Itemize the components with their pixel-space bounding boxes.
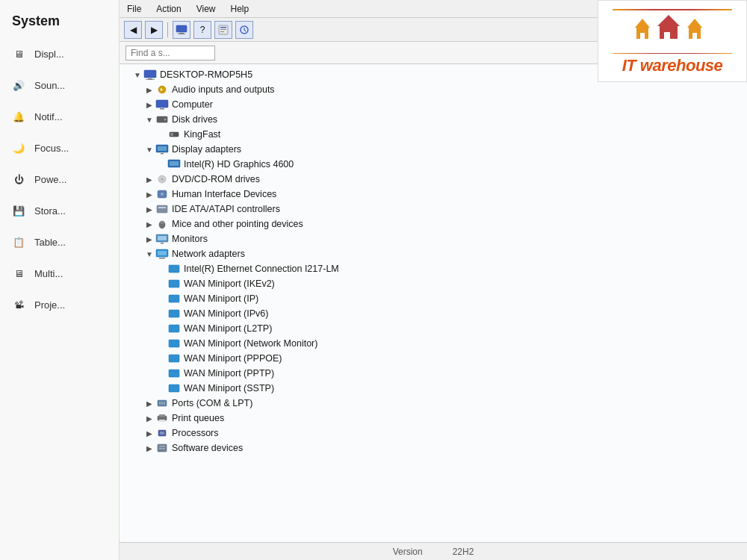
tree-cpu[interactable]: ▶ Processors xyxy=(120,426,747,441)
sidebar-item-sound[interactable]: 🔊 Soun... xyxy=(0,69,119,101)
print-icon xyxy=(155,412,169,424)
root-expander[interactable]: ▼ xyxy=(131,71,143,79)
tree-mice[interactable]: ▶ Mice and other pointing devices xyxy=(120,217,747,231)
svg-rect-27 xyxy=(157,205,167,213)
menu-action[interactable]: Action xyxy=(152,2,185,16)
root-icon xyxy=(143,69,157,81)
watermark-houses xyxy=(616,13,728,46)
svg-rect-57 xyxy=(159,446,165,447)
search-input[interactable] xyxy=(125,46,215,60)
sidebar-item-projecting[interactable]: 📽 Proje... xyxy=(0,289,119,320)
svg-rect-38 xyxy=(169,265,179,273)
mice-expander[interactable]: ▶ xyxy=(143,220,155,228)
tree-hid[interactable]: ▶ Human Interface Devices xyxy=(120,187,747,202)
computer-expander[interactable]: ▶ xyxy=(143,101,155,109)
tree-software[interactable]: ▶ Software devices xyxy=(120,441,747,455)
root-label: DESKTOP-RMOP5H5 xyxy=(160,69,252,80)
sidebar-item-storage[interactable]: 💾 Stora... xyxy=(0,195,119,226)
tree-ide[interactable]: ▶ IDE ATA/ATAPI controllers xyxy=(120,202,747,217)
tree-print[interactable]: ▶ Print queues xyxy=(120,411,747,426)
hid-expander[interactable]: ▶ xyxy=(143,190,155,199)
intel-graphics-label: Intel(R) HD Graphics 4600 xyxy=(184,159,294,169)
tree-kingfast[interactable]: KingFast xyxy=(120,127,747,142)
monitors-expander[interactable]: ▶ xyxy=(143,235,155,243)
tree-network[interactable]: ▼ Network adapters xyxy=(120,246,747,261)
ide-expander[interactable]: ▶ xyxy=(143,205,155,214)
tree-wan-ipv6[interactable]: WAN Miniport (IPv6) xyxy=(120,306,747,321)
intel-graphics-icon xyxy=(167,158,181,170)
kingfast-label: KingFast xyxy=(184,129,220,140)
tree-ports[interactable]: ▶ Ports (COM & LPT) xyxy=(120,396,747,411)
network-expander[interactable]: ▼ xyxy=(143,250,155,258)
tree-dvd[interactable]: ▶ DVD/CD-ROM drives xyxy=(120,172,747,187)
sound-icon: 🔊 xyxy=(10,77,27,93)
sidebar-label-power: Powe... xyxy=(34,174,66,185)
multi-icon: 🖥 xyxy=(10,265,27,281)
tree-display-adapters[interactable]: ▼ Display adapters xyxy=(120,142,747,157)
disk-expander[interactable]: ▼ xyxy=(143,116,155,124)
tree-wan-pptp[interactable]: WAN Miniport (PPTP) xyxy=(120,366,747,381)
ports-expander[interactable]: ▶ xyxy=(143,399,155,408)
wan-netmon-icon xyxy=(167,337,181,349)
sidebar-label-sound: Soun... xyxy=(34,80,65,91)
cpu-expander[interactable]: ▶ xyxy=(143,429,155,438)
statusbar: Version 22H2 xyxy=(120,542,747,560)
diskdrives-label: Disk drives xyxy=(172,114,217,125)
tree-computer[interactable]: ▶ Computer xyxy=(120,97,747,112)
device-manager-panel: File Action View Help ◀ ▶ ? ▼ DE xyxy=(120,0,747,560)
forward-button[interactable]: ▶ xyxy=(145,21,163,39)
software-icon xyxy=(155,442,169,454)
display-expander[interactable]: ▼ xyxy=(143,146,155,154)
tree-wan-ikev2[interactable]: WAN Miniport (IKEv2) xyxy=(120,276,747,291)
tree-monitors[interactable]: ▶ Monitors xyxy=(120,231,747,246)
print-expander[interactable]: ▶ xyxy=(143,414,155,423)
tree-wan-pppoe[interactable]: WAN Miniport (PPPOE) xyxy=(120,351,747,366)
device-tree: ▼ DESKTOP-RMOP5H5 ▶ Audio inputs and out… xyxy=(120,64,747,542)
sidebar-item-tablet[interactable]: 📋 Table... xyxy=(0,226,119,258)
svg-rect-4 xyxy=(220,27,226,28)
eth-icon xyxy=(167,263,181,275)
sidebar-item-display[interactable]: 🖥 Displ... xyxy=(0,38,119,69)
svg-rect-20 xyxy=(161,153,164,155)
wan-pppoe-icon xyxy=(167,352,181,364)
svg-rect-49 xyxy=(161,402,163,405)
tree-wan-l2tp[interactable]: WAN Miniport (L2TP) xyxy=(120,321,747,336)
tree-diskdrives[interactable]: ▼ Disk drives xyxy=(120,112,747,127)
software-expander[interactable]: ▶ xyxy=(143,444,155,452)
computer-button[interactable] xyxy=(173,21,190,39)
audio-expander[interactable]: ▶ xyxy=(143,86,155,94)
update-button[interactable] xyxy=(235,21,253,39)
properties-button[interactable] xyxy=(214,21,232,39)
menu-file[interactable]: File xyxy=(123,2,146,16)
svg-point-15 xyxy=(164,119,167,121)
tree-audio[interactable]: ▶ Audio inputs and outputs xyxy=(120,82,747,97)
menu-help[interactable]: Help xyxy=(226,2,254,16)
tree-intel-eth[interactable]: Intel(R) Ethernet Connection I217-LM xyxy=(120,261,747,276)
sidebar-item-focus[interactable]: 🌙 Focus... xyxy=(0,132,119,164)
sidebar-item-notifications[interactable]: 🔔 Notif... xyxy=(0,101,119,132)
notif-icon: 🔔 xyxy=(10,108,27,125)
ide-icon xyxy=(155,203,169,215)
svg-rect-0 xyxy=(176,25,187,32)
cpu-label: Processors xyxy=(172,428,219,438)
status-version: Version xyxy=(393,547,423,557)
sidebar-item-multitasking[interactable]: 🖥 Multi... xyxy=(0,258,119,289)
svg-rect-48 xyxy=(159,402,161,405)
help-button[interactable]: ? xyxy=(193,21,211,39)
tree-wan-sstp[interactable]: WAN Miniport (SSTP) xyxy=(120,381,747,396)
back-button[interactable]: ◀ xyxy=(124,21,142,39)
tree-wan-netmon[interactable]: WAN Miniport (Network Monitor) xyxy=(120,336,747,351)
svg-rect-13 xyxy=(160,108,164,110)
hid-label: Human Interface Devices xyxy=(172,189,276,199)
audio-label: Audio inputs and outputs xyxy=(172,84,275,95)
wan-ip-label: WAN Miniport (IP) xyxy=(184,293,258,304)
svg-rect-8 xyxy=(144,70,156,78)
status-build: 22H2 xyxy=(453,547,474,557)
sidebar-item-power[interactable]: ⏻ Powe... xyxy=(0,164,119,195)
watermark-line-bottom xyxy=(613,53,732,55)
tree-wan-ip[interactable]: WAN Miniport (IP) xyxy=(120,291,747,306)
menu-view[interactable]: View xyxy=(192,2,220,16)
dvd-expander[interactable]: ▶ xyxy=(143,175,155,184)
tree-intel-graphics[interactable]: Intel(R) HD Graphics 4600 xyxy=(120,157,747,172)
svg-marker-59 xyxy=(635,19,650,28)
